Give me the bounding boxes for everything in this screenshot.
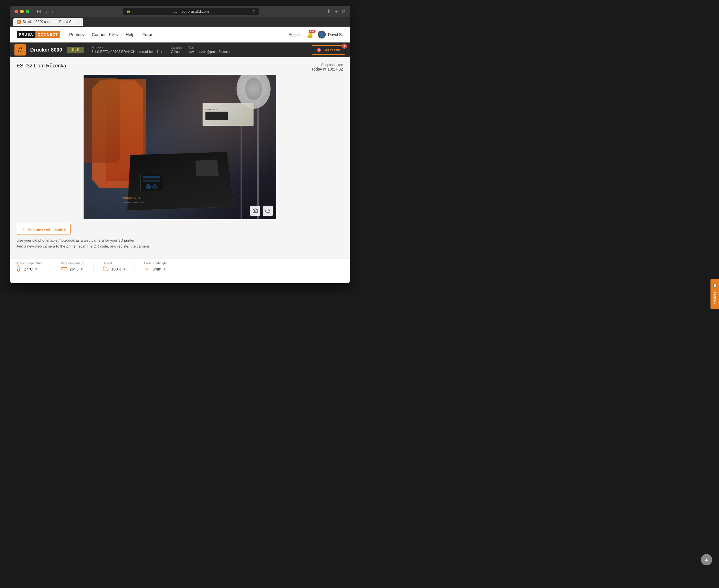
nav-forum[interactable]: Forum: [143, 32, 155, 37]
team-value: david.buzek@prusa3d.com: [188, 50, 230, 54]
snapshot-time: Today at 10:27:32: [311, 67, 343, 71]
notification-badge: 99+: [309, 30, 315, 33]
main-nav: Printers Connect Files Help Forum: [69, 32, 288, 37]
printer-meta: Location Office Team david.buzek@prusa3d…: [171, 46, 229, 54]
camera-frame: 0.25MM NOZZLE: [84, 75, 276, 219]
maximize-dot[interactable]: [26, 9, 29, 13]
new-tab-btn[interactable]: ＋: [334, 8, 339, 15]
share-btn[interactable]: ⬆: [327, 8, 331, 15]
lock-icon: 🔒: [126, 9, 130, 13]
z-height-dropdown[interactable]: ▾: [163, 267, 165, 271]
add-camera-section: ＋ Add new web camera Use your old phone/…: [17, 224, 343, 253]
logo-connect-text: CONNECT: [36, 31, 60, 38]
active-tab[interactable]: C Drucker 8000 camera – Prusa Connect: [13, 18, 83, 26]
notifications-btn[interactable]: 🔔 99+: [306, 31, 313, 38]
nav-connect-files[interactable]: Connect Files: [92, 32, 118, 37]
scene-overlay: [84, 75, 276, 219]
nav-right: English 🔔 99+ 👤 David B.: [289, 30, 343, 39]
z-height-icon: [144, 266, 150, 273]
add-camera-description: Use your old phone/tablet/notebook as a …: [17, 238, 343, 250]
page-content: PRUSA CONNECT Printers Connect Files Hel…: [10, 27, 350, 276]
camera-cloud-btn[interactable]: [263, 206, 273, 216]
set-ready-icon: 🎯: [317, 48, 321, 52]
url-text: connect.prusa3d.com: [133, 9, 250, 14]
printer-scene: 0.25MM NOZZLE: [84, 75, 276, 219]
bed-temp-icon: [61, 266, 67, 273]
camera-overlay-icons: [250, 206, 273, 216]
browser-window: ⊞ ‹ › 🔒 connect.prusa3d.com ↻ ⬆ ＋ ⧉ C Dr…: [10, 6, 350, 283]
tab-favicon: C: [17, 20, 21, 24]
user-avatar: 👤: [318, 30, 326, 39]
user-menu-btn[interactable]: 👤 David B.: [318, 30, 343, 39]
printer-icon: 🖨: [15, 44, 26, 56]
forward-btn[interactable]: ›: [50, 8, 55, 15]
printer-status: IDLE: [67, 47, 84, 53]
windows-btn[interactable]: ⧉: [342, 8, 345, 15]
team-item: Team david.buzek@prusa3d.com: [188, 46, 230, 54]
sidebar-toggle-btn[interactable]: ⊞: [35, 8, 43, 15]
divider-3: [135, 262, 135, 272]
reload-btn[interactable]: ↻: [252, 9, 255, 14]
set-ready-button[interactable]: 🎯 Set ready 1: [312, 45, 345, 55]
speed-label: Speed: [103, 261, 125, 265]
address-bar[interactable]: 🔒 connect.prusa3d.com ↻: [123, 8, 259, 15]
divider-1: [52, 262, 52, 272]
bed-temp-label: Bed temperature: [61, 261, 84, 265]
prusa-logo[interactable]: PRUSA CONNECT: [17, 31, 60, 38]
language-selector[interactable]: English: [289, 32, 302, 37]
bed-temp-item: Bed temperature 26°C ▾: [61, 261, 84, 273]
camera-header: ESP32 Cam Růženka Snapshot time Today at…: [17, 63, 343, 71]
firmware-info: Firmware 5.1.0-BETA+13103.BRANCH-interna…: [91, 46, 163, 54]
team-label: Team: [188, 46, 230, 49]
tab-bar: C Drucker 8000 camera – Prusa Connect: [10, 17, 350, 27]
z-height-value: 0mm: [152, 267, 161, 271]
nozzle-temp-value: 27°C: [24, 267, 33, 271]
speed-control: 100% ▾: [103, 266, 125, 273]
nozzle-temp-dropdown[interactable]: ▾: [35, 267, 37, 271]
nozzle-temp-icon: [16, 266, 22, 273]
browser-chrome: ⊞ ‹ › 🔒 connect.prusa3d.com ↻ ⬆ ＋ ⧉ C Dr…: [10, 6, 350, 27]
camera-container: 0.25MM NOZZLE: [17, 75, 343, 219]
nav-bar: PRUSA CONNECT Printers Connect Files Hel…: [10, 27, 350, 42]
svg-rect-1: [61, 267, 66, 270]
tab-title: Drucker 8000 camera – Prusa Connect: [23, 20, 80, 24]
printer-bar: 🖨 Drucker 8000 IDLE Firmware 5.1.0-BETA+…: [10, 42, 350, 57]
nav-controls: ⊞ ‹ ›: [35, 8, 55, 15]
z-height-label: Current Z-height: [144, 261, 167, 265]
firmware-update-icon[interactable]: ⬆: [160, 49, 163, 54]
back-btn[interactable]: ‹: [44, 8, 49, 15]
user-name: David B.: [328, 32, 343, 37]
bed-temp-control: 26°C ▾: [61, 266, 84, 273]
speed-dropdown[interactable]: ▾: [124, 267, 125, 271]
snapshot-label: Snapshot time: [311, 63, 343, 67]
browser-action-buttons: ⬆ ＋ ⧉: [327, 8, 345, 15]
bed-temp-dropdown[interactable]: ▾: [81, 267, 83, 271]
speed-icon: [103, 266, 109, 273]
titlebar: ⊞ ‹ › 🔒 connect.prusa3d.com ↻ ⬆ ＋ ⧉: [10, 6, 350, 17]
minimize-dot[interactable]: [20, 9, 24, 13]
address-bar-container: 🔒 connect.prusa3d.com ↻: [59, 8, 323, 15]
location-item: Location Office: [171, 46, 182, 54]
svg-point-0: [254, 210, 256, 212]
bottom-bar: Nozzle temperature 27°C ▾ Bed temperatur…: [10, 258, 350, 276]
divider-2: [93, 262, 94, 272]
z-height-item: Current Z-height 0mm ▾: [144, 261, 167, 273]
camera-settings-btn[interactable]: [250, 206, 260, 216]
nozzle-temp-item: Nozzle temperature 27°C ▾: [16, 261, 43, 273]
location-label: Location: [171, 46, 182, 49]
add-icon: ＋: [22, 226, 26, 232]
nav-printers[interactable]: Printers: [69, 32, 84, 37]
set-ready-badge: 1: [342, 44, 347, 49]
main-content: ESP32 Cam Růženka Snapshot time Today at…: [10, 57, 350, 258]
logo-prusa-text: PRUSA: [17, 31, 36, 38]
nav-help[interactable]: Help: [126, 32, 135, 37]
nozzle-temp-control: 27°C ▾: [16, 266, 43, 273]
printer-name: Drucker 8000: [30, 47, 62, 53]
add-camera-button[interactable]: ＋ Add new web camera: [17, 224, 71, 235]
firmware-label: Firmware: [91, 46, 163, 49]
firmware-value: 5.1.0-BETA+13103.BRANCH-internal-beta.1 …: [91, 49, 163, 54]
z-height-control: 0mm ▾: [144, 266, 167, 273]
snapshot-info: Snapshot time Today at 10:27:32: [311, 63, 343, 71]
speed-item: Speed 100% ▾: [103, 261, 125, 273]
close-dot[interactable]: [15, 9, 18, 13]
